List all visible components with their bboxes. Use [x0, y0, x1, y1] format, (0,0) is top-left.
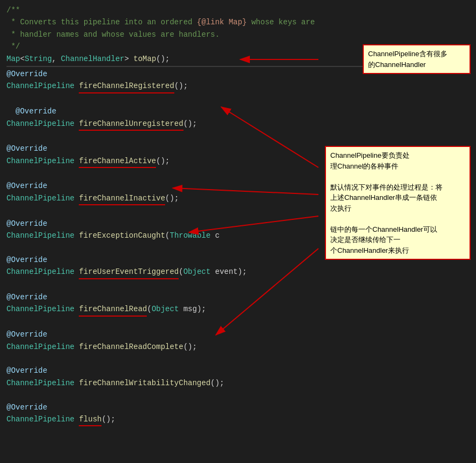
annotation-box-1: ChannelPipeline含有很多的ChannelHandler: [363, 44, 471, 74]
method-line-9: ChannelPipeline fireChannelWritabilityCh…: [6, 377, 470, 389]
method-line-2: ChannelPipeline fireChannelUnregistered(…: [6, 118, 470, 131]
empty-7: [6, 317, 470, 328]
override-7: @Override: [6, 291, 470, 303]
annotation-box-2: ChannelPipeline要负责处 理Channel的各种事件 默认情况下对…: [325, 146, 471, 260]
empty-2: [6, 131, 470, 143]
annotation-box-1-text: ChannelPipeline含有很多的ChannelHandler: [368, 50, 447, 69]
method-line-6: ChannelPipeline fireUserEventTriggered(O…: [6, 266, 470, 279]
override-2: @Override: [6, 105, 470, 117]
comment-line-3: * handler names and whose values are han…: [6, 29, 470, 41]
empty-1: [6, 93, 470, 105]
method-line-8: ChannelPipeline fireChannelReadComplete(…: [6, 341, 470, 353]
annotation-box-2-text: ChannelPipeline要负责处 理Channel的各种事件 默认情况下对…: [330, 151, 443, 254]
override-10: @Override: [6, 401, 470, 413]
method-line-7: ChannelPipeline fireChannelRead(Object m…: [6, 303, 470, 316]
method-line-1: ChannelPipeline fireChannelRegistered();: [6, 80, 470, 93]
comment-line-1: /**: [6, 4, 470, 16]
empty-6: [6, 279, 470, 291]
override-8: @Override: [6, 328, 470, 340]
comment-line-2: * Converts this pipeline into an ordered…: [6, 16, 470, 28]
empty-8: [6, 353, 470, 365]
empty-9: [6, 389, 470, 401]
method-line-10: ChannelPipeline flush();: [6, 413, 470, 426]
override-9: @Override: [6, 365, 470, 377]
